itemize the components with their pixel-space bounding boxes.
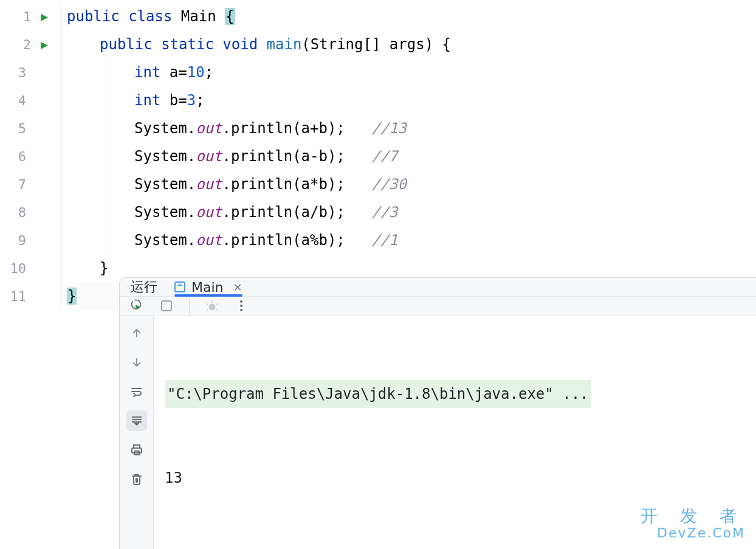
rerun-button[interactable] xyxy=(128,297,146,315)
gutter-row[interactable]: 8 xyxy=(0,198,53,226)
more-button[interactable] xyxy=(232,297,250,315)
stop-button[interactable] xyxy=(157,297,176,315)
gutter-row[interactable]: 11 xyxy=(0,282,53,310)
print-icon xyxy=(131,444,143,456)
keyword: static xyxy=(161,36,222,53)
code-editor[interactable]: 1▶2▶34567891011 public class Main { publ… xyxy=(0,0,756,310)
code-area[interactable]: public class Main { public static void m… xyxy=(61,2,451,310)
keyword: int xyxy=(134,64,170,81)
console-output[interactable]: "C:\Program Files\Java\jdk-1.8\bin\java.… xyxy=(154,316,756,549)
line-gutter: 1▶2▶34567891011 xyxy=(0,2,61,310)
svg-point-8 xyxy=(240,300,242,303)
keyword: int xyxy=(134,92,170,109)
gutter-row[interactable]: 10 xyxy=(0,254,53,282)
code-line[interactable]: int a=10; xyxy=(106,58,451,86)
line-number: 7 xyxy=(9,177,26,192)
gutter-row[interactable]: 9 xyxy=(0,226,53,254)
line-number: 6 xyxy=(9,149,26,164)
scroll-to-end-button[interactable] xyxy=(126,410,147,431)
console-side-toolbar xyxy=(120,316,154,549)
trash-icon xyxy=(131,473,142,485)
code-line[interactable]: System.out.println(a-b); //7 xyxy=(106,142,451,170)
svg-point-9 xyxy=(240,305,242,307)
svg-line-6 xyxy=(207,309,208,311)
line-number: 10 xyxy=(9,261,26,276)
keyword: void xyxy=(222,36,266,53)
svg-line-5 xyxy=(216,303,218,305)
gutter-row[interactable]: 2▶ xyxy=(0,30,53,58)
code-line[interactable]: int b=3; xyxy=(106,86,451,114)
static-field: out xyxy=(196,148,222,165)
kebab-icon xyxy=(239,300,243,312)
svg-line-4 xyxy=(207,303,208,305)
static-field: out xyxy=(196,120,222,137)
line-number: 5 xyxy=(9,121,26,136)
brace-open: { xyxy=(225,8,235,25)
soft-wrap-icon xyxy=(131,386,143,397)
comment: //30 xyxy=(371,176,407,193)
code-line[interactable]: System.out.println(a/b); //3 xyxy=(106,198,451,226)
code-line[interactable]: System.out.println(a+b); //13 xyxy=(106,114,451,142)
run-tab-main[interactable]: Main ✕ xyxy=(174,278,242,296)
console-command-line: "C:\Program Files\Java\jdk-1.8\bin\java.… xyxy=(165,380,591,408)
svg-line-7 xyxy=(216,309,218,311)
gutter-row[interactable]: 1▶ xyxy=(0,2,53,30)
run-gutter-icon[interactable]: ▶ xyxy=(41,38,48,50)
class-name: Main xyxy=(181,8,225,25)
line-number: 3 xyxy=(9,65,26,80)
run-tabs: 运行 Main ✕ xyxy=(120,278,756,297)
comment: //3 xyxy=(371,204,397,221)
code-line[interactable]: System.out.println(a%b); //1 xyxy=(106,226,451,254)
run-tab-label: Main xyxy=(191,280,224,295)
method-name: main xyxy=(267,36,302,53)
gutter-row[interactable]: 7 xyxy=(0,170,53,198)
line-number: 9 xyxy=(9,233,26,248)
scroll-to-end-icon xyxy=(131,415,143,426)
run-panel-title: 运行 xyxy=(131,278,157,296)
params: (String[] args) { xyxy=(301,36,451,53)
run-body: "C:\Program Files\Java\jdk-1.8\bin\java.… xyxy=(120,316,756,549)
toolbar-separator xyxy=(189,298,190,314)
close-icon[interactable]: ✕ xyxy=(233,281,242,294)
line-number: 1 xyxy=(14,9,31,24)
gutter-row[interactable]: 3 xyxy=(0,58,53,86)
stop-icon xyxy=(160,300,173,312)
comment: //1 xyxy=(371,232,397,249)
debug-button[interactable] xyxy=(203,297,221,315)
code-line[interactable]: public class Main { xyxy=(67,2,451,30)
run-config-icon xyxy=(174,281,185,292)
line-number: 8 xyxy=(9,205,26,220)
gutter-row[interactable]: 6 xyxy=(0,142,53,170)
line-number: 2 xyxy=(14,37,31,52)
rerun-icon xyxy=(131,299,144,312)
brace-close: } xyxy=(100,260,108,277)
svg-rect-1 xyxy=(162,301,171,311)
line-number: 4 xyxy=(9,93,26,108)
print-button[interactable] xyxy=(126,440,147,460)
down-stacktrace-button[interactable] xyxy=(126,352,147,373)
static-field: out xyxy=(196,232,222,249)
code-line[interactable]: System.out.println(a*b); //30 xyxy=(106,170,451,198)
comment: //13 xyxy=(371,120,407,137)
run-gutter-icon[interactable]: ▶ xyxy=(41,10,48,22)
bug-icon xyxy=(205,299,219,312)
comment: //7 xyxy=(371,148,397,165)
svg-point-10 xyxy=(240,309,242,311)
keyword: public xyxy=(67,8,128,25)
line-number: 11 xyxy=(9,289,26,304)
run-toolbar xyxy=(120,297,756,316)
clear-all-button[interactable] xyxy=(126,469,147,489)
soft-wrap-button[interactable] xyxy=(126,381,147,402)
gutter-row[interactable]: 5 xyxy=(0,114,53,142)
brace-close: } xyxy=(67,288,77,305)
keyword: public xyxy=(100,36,161,53)
gutter-row[interactable]: 4 xyxy=(0,86,53,114)
up-stacktrace-button[interactable] xyxy=(126,323,147,344)
arrow-down-icon xyxy=(131,357,142,368)
static-field: out xyxy=(196,176,222,193)
console-line: 13 xyxy=(165,464,745,492)
svg-point-2 xyxy=(209,303,216,310)
code-line[interactable]: public static void main(String[] args) { xyxy=(67,30,451,58)
run-tool-window: 运行 Main ✕ xyxy=(119,277,756,549)
static-field: out xyxy=(196,204,222,221)
